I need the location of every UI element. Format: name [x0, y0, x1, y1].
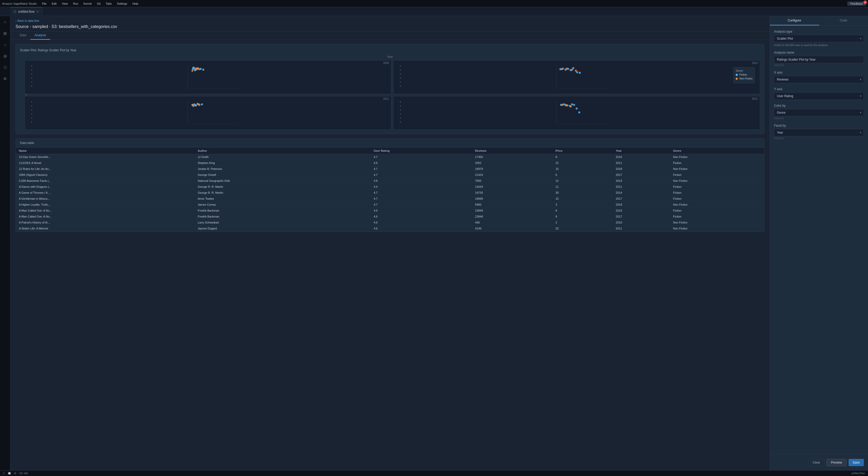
menu-file[interactable]: File — [40, 2, 49, 6]
tab-close-button[interactable]: × — [36, 10, 39, 13]
code-tab[interactable]: Code — [819, 16, 868, 25]
page-title: Source - sampled · S3: bestsellers_with_… — [16, 24, 765, 29]
content-header: ‹ Back to data flow Source - sampled · S… — [10, 16, 770, 31]
back-to-data-flow-link[interactable]: ‹ Back to data flow — [16, 19, 765, 22]
svg-point-37 — [201, 103, 203, 106]
sidebar-icon-graph[interactable]: ◎ — [2, 52, 9, 60]
data-table-section: Data table Name Author User Rating Revie… — [16, 138, 765, 232]
legend-fiction-label: Fiction — [739, 73, 747, 76]
table-row: A Higher Loyalty: Truth,...James Comey4.… — [16, 202, 764, 208]
tab-analysis[interactable]: Analysis — [30, 31, 50, 40]
facet-2010: 2010 5 4 3 2 1 0 — [393, 60, 760, 94]
menu-edit[interactable]: Edit — [50, 2, 59, 6]
table-row: 5,000 Awesome Facts (...National Geograp… — [16, 178, 764, 184]
menu-help[interactable]: Help — [130, 2, 141, 6]
sidebar-icon-search[interactable]: ⌕ — [2, 41, 9, 48]
menu-run[interactable]: Run — [71, 2, 80, 6]
menu-git[interactable]: Git — [95, 2, 102, 6]
analysis-type-group: Analysis type Scatter Plot A limit of 10… — [774, 30, 864, 47]
x-axis-title: Year — [20, 55, 760, 58]
svg-point-28 — [575, 70, 577, 72]
facet-year-2011: 2011 — [31, 97, 389, 100]
svg-point-7 — [192, 66, 194, 69]
chart-panel: Scatter Plot: Ratings Scatter Plot by Ye… — [16, 44, 765, 134]
col-author: Author — [195, 148, 371, 154]
untitled-flow-tab[interactable]: ⬡ untitled.flow × — [10, 7, 42, 16]
analysis-type-label: Analysis type — [774, 30, 864, 33]
color-by-hint: Optional — [774, 117, 864, 120]
y-axis-select[interactable]: User Rating — [774, 92, 864, 100]
facet-2012: 2012 5 4 3 2 1 0 — [393, 96, 760, 130]
color-by-select[interactable]: Genre — [774, 109, 864, 116]
tab-data[interactable]: Data — [16, 31, 30, 40]
col-genre: Genre — [670, 148, 764, 154]
svg-point-39 — [194, 105, 196, 107]
svg-point-50 — [576, 108, 578, 110]
tab-icon: ⬡ — [13, 10, 16, 13]
color-by-select-wrapper[interactable]: Genre — [774, 109, 864, 116]
right-panel-body: Analysis type Scatter Plot A limit of 10… — [770, 26, 868, 144]
svg-point-38 — [192, 104, 194, 106]
facet-2011: 2011 5 4 3 2 1 0 — [25, 96, 391, 130]
analysis-name-label: Analysis name — [774, 51, 864, 54]
y-axis-label: Y axis — [774, 87, 864, 91]
svg-point-14 — [191, 70, 193, 72]
svg-point-52 — [565, 105, 567, 107]
analysis-name-input[interactable] — [774, 56, 864, 63]
menu-kernel[interactable]: Kernel — [81, 2, 94, 6]
facet-2009: 2009 5 4 3 2 1 — [25, 60, 391, 94]
analysis-type-select[interactable]: Scatter Plot — [774, 35, 864, 42]
content-area: ‹ Back to data flow Source - sampled · S… — [10, 16, 770, 470]
sidebar-icon-build[interactable]: ⬡ — [2, 64, 9, 71]
table-row: A Stolen Life: A MemoirJaycee Dugard4.64… — [16, 226, 764, 232]
facet-by-select[interactable]: Year — [774, 129, 864, 136]
menu-settings[interactable]: Settings — [115, 2, 129, 6]
menu-tabs[interactable]: Tabs — [103, 2, 114, 6]
menu-view[interactable]: View — [60, 2, 70, 6]
table-row: A Game of Thrones / A ...George R. R. Ma… — [16, 190, 764, 196]
table-row: 12 Rules for Life: An An...Jordan B. Pet… — [16, 166, 764, 172]
save-button[interactable]: Save — [848, 459, 864, 466]
x-axis-label: X axis — [774, 71, 864, 74]
table-row: 10-Day Green Smoothi...JJ Smith4.7173508… — [16, 154, 764, 160]
svg-point-26 — [566, 68, 568, 70]
status-icon: 🔲 — [8, 472, 11, 475]
svg-point-49 — [573, 104, 575, 106]
clear-button[interactable]: Clear — [808, 459, 825, 466]
svg-point-40 — [197, 103, 200, 106]
right-panel: Configure Code Analysis type Scatter Plo… — [770, 16, 868, 470]
analysis-type-select-wrapper[interactable]: Scatter Plot — [774, 35, 864, 42]
analysis-name-hint: Optional — [774, 64, 864, 66]
svg-point-25 — [561, 68, 563, 70]
x-axis-select-wrapper[interactable]: Reviews — [774, 76, 864, 83]
table-row: A Man Called Ove: A No...Fredrik Backman… — [16, 214, 764, 219]
table-row: A Man Called Ove: A No...Fredrik Backman… — [16, 208, 764, 214]
color-by-group: Color by Genre Optional — [774, 104, 864, 120]
feedback-button[interactable]: Feedback 4 — [847, 2, 866, 6]
x-axis-select[interactable]: Reviews — [774, 76, 864, 83]
sidebar-icon-folder[interactable]: ▤ — [2, 30, 9, 37]
legend-non-fiction: Non Fiction — [736, 77, 752, 80]
table-row: A Gentleman in Mosco...Amor Towles4.7196… — [16, 196, 764, 202]
sidebar-icon-home[interactable]: ⌂ — [2, 18, 9, 25]
app-name: Amazon SageMaker Studio — [2, 2, 37, 5]
svg-point-27 — [571, 69, 573, 71]
col-year: Year — [613, 148, 670, 154]
svg-point-48 — [571, 103, 573, 106]
facet-by-select-wrapper[interactable]: Year — [774, 129, 864, 136]
y-axis-group: Y axis User Rating — [774, 87, 864, 100]
notification-badge: 4 — [863, 1, 867, 4]
svg-point-51 — [561, 104, 563, 106]
preview-button[interactable]: Preview — [827, 459, 846, 466]
legend-non-fiction-label: Non Fiction — [739, 77, 752, 80]
sidebar-icon-wrench[interactable]: ⚙ — [2, 75, 9, 82]
legend-fiction: Fiction — [736, 73, 752, 76]
svg-point-53 — [570, 106, 572, 108]
table-row: 1984 (Signet Classics)George Orwell4.721… — [16, 172, 764, 178]
table-row: A Patriot's History of th...Larry Schwei… — [16, 219, 764, 226]
svg-point-12 — [198, 68, 200, 70]
configure-tab[interactable]: Configure — [770, 16, 819, 25]
table-row: 11/22/63: A NovelStephen King4.620522220… — [16, 160, 764, 166]
facet-year-2009: 2009 — [31, 62, 389, 64]
y-axis-select-wrapper[interactable]: User Rating — [774, 92, 864, 100]
